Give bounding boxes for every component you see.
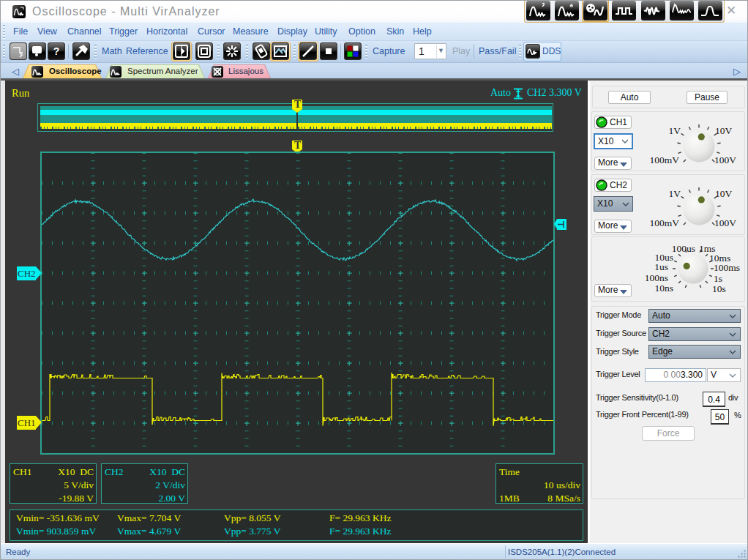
svg-text:?: ?	[53, 45, 60, 57]
